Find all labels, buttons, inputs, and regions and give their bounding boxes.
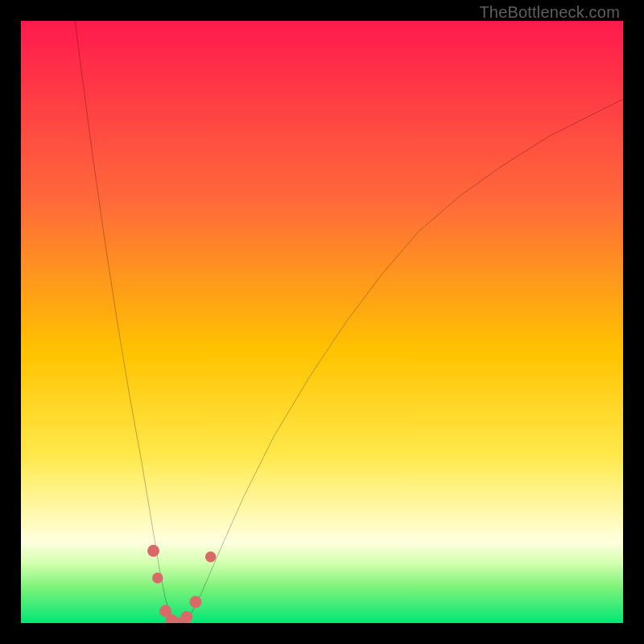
curve-marker: [147, 545, 159, 557]
curve-markers: [147, 545, 216, 623]
chart-plot-area: [21, 21, 623, 623]
curve-marker: [189, 596, 201, 608]
curve-marker: [180, 611, 192, 623]
chart-frame: [21, 21, 623, 623]
watermark-text: TheBottleneck.com: [479, 3, 620, 22]
bottleneck-curve: [75, 21, 623, 623]
curve-marker: [205, 551, 216, 562]
chart-curve-layer: [21, 21, 623, 623]
curve-marker: [152, 572, 163, 583]
